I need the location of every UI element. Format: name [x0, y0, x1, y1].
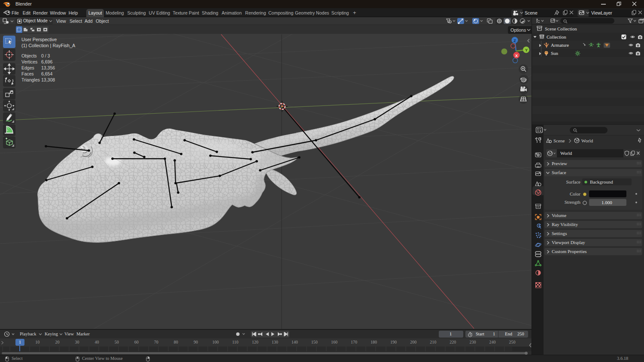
svg-text:Y: Y — [525, 48, 528, 52]
svg-text:X: X — [515, 54, 518, 58]
svg-text:Z: Z — [513, 39, 516, 43]
